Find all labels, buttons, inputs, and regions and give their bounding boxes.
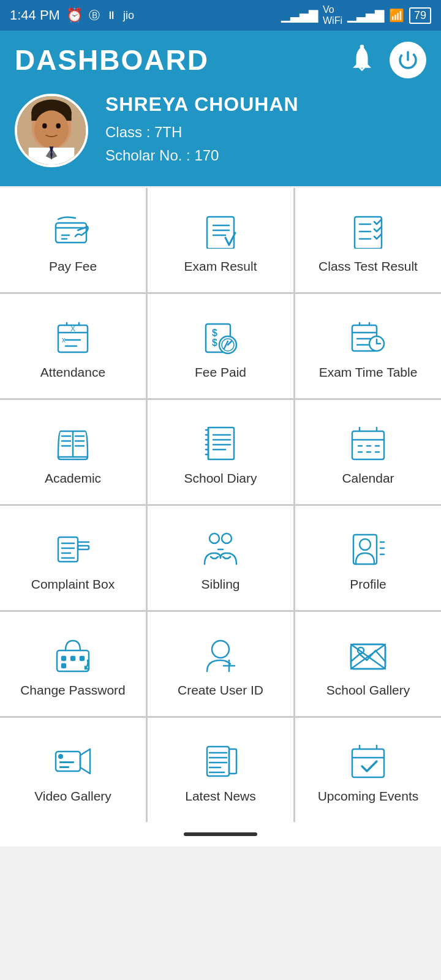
vo-wifi-label: VoWiFi <box>323 4 342 26</box>
video-gallery-label: Video Gallery <box>34 789 111 804</box>
grid-item-attendance[interactable]: X x Attendance <box>0 294 146 398</box>
class-test-result-icon <box>346 211 390 251</box>
svg-rect-74 <box>78 546 89 549</box>
grid-item-exam-result[interactable]: Exam Result <box>148 188 293 292</box>
calendar-icon <box>346 423 390 462</box>
avatar <box>15 94 88 167</box>
header-top: DASHBOARD <box>15 42 426 78</box>
svg-point-93 <box>212 641 229 658</box>
grid-item-change-password[interactable]: Change Password <box>0 612 146 716</box>
school-gallery-label: School Gallery <box>326 683 410 698</box>
svg-point-10 <box>56 123 60 128</box>
svg-rect-1 <box>361 70 363 70</box>
grid-item-exam-time-table[interactable]: Exam Time Table <box>295 294 441 398</box>
signal-icon: ⏸ <box>106 9 117 22</box>
school-diary-icon <box>198 423 243 462</box>
grid-item-video-gallery[interactable]: Video Gallery <box>0 718 146 822</box>
class-test-result-label: Class Test Result <box>318 259 418 274</box>
svg-rect-89 <box>62 657 66 660</box>
latest-news-icon <box>198 741 243 780</box>
svg-rect-107 <box>229 749 236 774</box>
avatar-image <box>17 96 86 165</box>
svg-text:X: X <box>70 325 75 333</box>
svg-rect-91 <box>80 657 84 660</box>
grid-item-fee-paid[interactable]: $ $ Fee Paid <box>148 294 293 398</box>
svg-rect-104 <box>59 761 74 763</box>
grid-item-school-diary[interactable]: School Diary <box>148 400 293 504</box>
status-time: 1:44 PM <box>10 7 60 23</box>
latest-news-label: Latest News <box>185 789 256 804</box>
svg-rect-113 <box>352 749 384 777</box>
grid-item-pay-fee[interactable]: Pay Fee <box>0 188 146 292</box>
svg-point-8 <box>34 110 69 148</box>
attendance-label: Attendance <box>40 365 105 380</box>
dashboard-grid: Pay Fee Exam Result Class Test Result X … <box>0 188 441 822</box>
battery-icon: 79 <box>409 7 431 24</box>
complaint-box-icon <box>51 529 95 568</box>
academic-icon <box>51 423 95 462</box>
upcoming-events-icon <box>346 741 390 780</box>
school-gallery-icon <box>346 635 390 674</box>
signal-bars: ▁▃▅▇ <box>281 8 318 23</box>
page-title: DASHBOARD <box>15 43 209 77</box>
alarm-icon: ⏰ <box>66 7 83 23</box>
status-bar: 1:44 PM ⏰ Ⓑ ⏸ jio ▁▃▅▇ VoWiFi ▁▃▅▇ 📶 79 <box>0 0 441 31</box>
exam-result-label: Exam Result <box>184 259 257 274</box>
grid-item-profile[interactable]: Profile <box>295 506 441 610</box>
fee-paid-icon: $ $ <box>198 317 243 356</box>
bottom-bar <box>0 822 441 846</box>
status-right: ▁▃▅▇ VoWiFi ▁▃▅▇ 📶 79 <box>281 4 431 26</box>
calendar-label: Calendar <box>342 471 394 486</box>
svg-text:$: $ <box>212 337 217 348</box>
header: DASHBOARD <box>0 31 441 186</box>
profile-section: SHREYA CHOUHAN Class : 7TH Scholar No. :… <box>15 93 426 168</box>
svg-point-84 <box>360 539 371 550</box>
grid-item-create-user-id[interactable]: Create User ID <box>148 612 293 716</box>
grid-item-complaint-box[interactable]: Complaint Box <box>0 506 146 610</box>
svg-marker-102 <box>80 749 90 774</box>
profile-icon <box>346 529 390 568</box>
profile-scholar: Scholar No. : 170 <box>105 144 299 167</box>
academic-label: Academic <box>45 471 101 486</box>
sibling-label: Sibling <box>201 577 239 592</box>
grid-item-calendar[interactable]: Calendar <box>295 400 441 504</box>
create-user-id-icon <box>198 635 243 674</box>
b-icon: Ⓑ <box>89 8 100 23</box>
svg-point-0 <box>360 45 364 49</box>
home-indicator <box>184 832 257 836</box>
grid-item-class-test-result[interactable]: Class Test Result <box>295 188 441 292</box>
power-button[interactable] <box>390 42 426 78</box>
school-diary-label: School Diary <box>184 471 257 486</box>
svg-rect-12 <box>56 223 86 243</box>
create-user-id-label: Create User ID <box>178 683 263 698</box>
svg-point-103 <box>58 754 63 759</box>
exam-time-table-label: Exam Time Table <box>319 365 418 380</box>
grid-item-upcoming-events[interactable]: Upcoming Events <box>295 718 441 822</box>
svg-rect-51 <box>208 428 234 459</box>
notification-bell-button[interactable] <box>345 43 379 77</box>
video-gallery-icon <box>51 741 95 780</box>
svg-point-80 <box>209 533 219 543</box>
svg-rect-90 <box>71 657 75 660</box>
change-password-icon <box>51 635 95 674</box>
jio-label: jio <box>123 9 134 22</box>
upcoming-events-label: Upcoming Events <box>318 789 419 804</box>
header-icons <box>345 42 426 78</box>
attendance-icon: X x <box>51 317 95 356</box>
complaint-box-label: Complaint Box <box>31 577 115 592</box>
change-password-label: Change Password <box>20 683 126 698</box>
signal-bars2: ▁▃▅▇ <box>347 8 384 23</box>
svg-point-9 <box>42 123 47 128</box>
pay-fee-icon <box>51 211 95 251</box>
profile-class: Class : 7TH <box>105 121 299 144</box>
grid-item-sibling[interactable]: Sibling <box>148 506 293 610</box>
exam-time-table-icon <box>346 317 390 356</box>
grid-item-latest-news[interactable]: Latest News <box>148 718 293 822</box>
svg-text:$: $ <box>212 328 217 338</box>
grid-item-school-gallery[interactable]: School Gallery <box>295 612 441 716</box>
grid-item-academic[interactable]: Academic <box>0 400 146 504</box>
profile-name: SHREYA CHOUHAN <box>105 93 299 116</box>
svg-rect-92 <box>62 664 66 668</box>
profile-info: SHREYA CHOUHAN Class : 7TH Scholar No. :… <box>105 93 299 168</box>
fee-paid-label: Fee Paid <box>195 365 246 380</box>
